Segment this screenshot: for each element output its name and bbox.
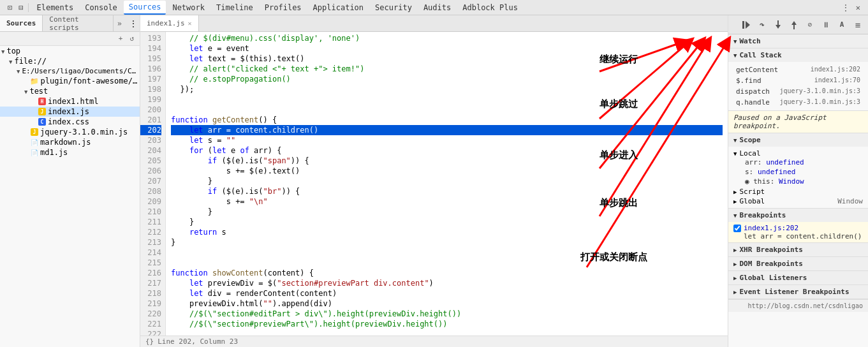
tab-sources[interactable]: Sources <box>0 15 43 31</box>
watch-header[interactable]: ▼ Watch <box>728 34 868 48</box>
step-over-button[interactable]: ↷ <box>754 17 770 33</box>
nav-adblock[interactable]: Adblock Plus <box>457 1 523 14</box>
scope-item: s: undefined <box>733 167 863 177</box>
code-line: let s = "" <box>171 135 723 145</box>
pause-on-exceptions-button[interactable]: ⏸ <box>818 17 834 33</box>
callstack-file: index1.js:70 <box>814 77 860 85</box>
list-item[interactable]: top <box>0 46 140 56</box>
step-into-button[interactable] <box>770 17 786 33</box>
nav-divider <box>28 3 29 12</box>
dom-breakpoints-header[interactable]: ▶ DOM Breakpoints <box>728 257 868 270</box>
tree-label: index1.html <box>48 97 98 106</box>
tab-content-scripts[interactable]: Content scripts <box>43 15 113 31</box>
arrow-down-icon <box>24 88 27 95</box>
line-num: 207 <box>140 176 161 186</box>
code-line: } <box>171 237 723 247</box>
settings-icon[interactable]: ⋮ <box>839 2 852 13</box>
arrow-down-icon: ▼ <box>733 151 737 157</box>
undock-icon[interactable]: ⊟ <box>16 2 26 13</box>
code-line: s += $(e).text() <box>171 166 723 176</box>
tree-label: index.css <box>48 117 89 126</box>
code-line: let e = event <box>171 43 723 54</box>
breakpoints-header[interactable]: ▼ Breakpoints <box>728 209 868 222</box>
code-content[interactable]: // $(div#menu).css('display', 'none') le… <box>166 32 728 336</box>
global-scope-header[interactable]: ▶ Global Window <box>733 196 863 205</box>
script-scope-header[interactable]: ▶ Script <box>733 186 863 196</box>
list-item[interactable]: 📄 md1.js <box>0 147 140 158</box>
resume-button[interactable] <box>739 17 754 33</box>
callstack-item[interactable]: $.find index1.js:70 <box>733 75 863 86</box>
list-item[interactable]: file:// <box>0 56 140 66</box>
line-num: 202 <box>140 125 161 135</box>
line-num: 218 <box>140 288 161 299</box>
line-num: 214 <box>140 247 161 258</box>
scope-val: Window <box>779 177 804 186</box>
sidebar-menu-icon[interactable]: ⋮ <box>127 18 140 29</box>
new-folder-icon[interactable]: + <box>115 34 126 44</box>
scope-header[interactable]: ▼ Scope <box>728 133 868 147</box>
refresh-icon[interactable]: ↺ <box>127 34 137 44</box>
code-line: } <box>171 217 723 227</box>
nav-console[interactable]: Console <box>80 1 122 14</box>
callstack-item[interactable]: getContent index1.js:202 <box>733 64 863 75</box>
line-num: 197 <box>140 74 161 84</box>
dock-icon[interactable]: ⊡ <box>5 2 15 13</box>
breakpoint-file: index1.js:202 <box>744 224 862 232</box>
line-num: 217 <box>140 278 161 288</box>
nav-audits[interactable]: Audits <box>418 1 456 14</box>
arrow-right-icon: ▶ <box>733 189 737 195</box>
nav-security[interactable]: Security <box>370 1 417 14</box>
global-listeners-header[interactable]: ▶ Global Listeners <box>728 271 868 284</box>
list-item[interactable]: 📄 markdown.js <box>0 137 140 147</box>
nav-profiles[interactable]: Profiles <box>260 1 307 14</box>
editor-tab-index1js[interactable]: index1.js ✕ <box>140 15 199 31</box>
step-out-button[interactable] <box>786 17 802 33</box>
nav-sources[interactable]: Sources <box>124 1 166 15</box>
event-listener-breakpoints-header[interactable]: ▶ Event Listener Breakpoints <box>728 285 868 299</box>
list-item[interactable]: H index1.html <box>0 96 140 107</box>
close-devtools-icon[interactable]: ✕ <box>853 2 863 13</box>
callstack-item[interactable]: dispatch jquery-3.1.0.min.js:3 <box>733 86 863 97</box>
tree-label: md1.js <box>40 148 68 157</box>
global-listeners-section: ▶ Global Listeners <box>728 271 868 285</box>
list-item[interactable]: J jquery-3.1.0.min.js <box>0 127 140 137</box>
callstack-item[interactable]: q.handle jquery-3.1.0.min.js:3 <box>733 97 863 108</box>
more-tabs-icon[interactable]: » <box>114 17 126 31</box>
breakpoints-label: Breakpoints <box>739 211 786 219</box>
list-item[interactable]: test <box>0 86 140 96</box>
xhr-breakpoints-label: XHR Breakpoints <box>739 246 802 254</box>
deactivate-breakpoints-button[interactable]: ⊘ <box>802 17 818 33</box>
list-item[interactable]: plugin/font-awesome/css <box>0 76 140 86</box>
sidebar: Sources Content scripts » ⋮ + ↺ top file… <box>0 15 140 347</box>
code-line <box>171 94 723 105</box>
breakpoint-checkbox[interactable] <box>733 225 741 232</box>
list-item[interactable]: C index.css <box>0 117 140 127</box>
nav-elements[interactable]: Elements <box>31 1 78 14</box>
nav-application[interactable]: Application <box>308 1 369 14</box>
code-line: //$(\"section#editPart > div\").height(p… <box>171 309 723 319</box>
line-num: 211 <box>140 217 161 227</box>
list-item[interactable]: E:/Users/ligao/Documents/Cod <box>0 66 140 76</box>
line-num: 215 <box>140 258 161 268</box>
arrow-down-icon <box>9 58 12 65</box>
tab-close-icon[interactable]: ✕ <box>188 20 192 27</box>
arrow-right-icon: ▶ <box>733 247 737 253</box>
tree-label: index1.js <box>48 107 89 116</box>
callstack-header[interactable]: ▼ Call Stack <box>728 48 868 62</box>
xhr-breakpoints-header[interactable]: ▶ XHR Breakpoints <box>728 243 868 256</box>
code-line: s += "\n" <box>171 196 723 207</box>
list-item[interactable]: J index1.js <box>0 107 140 117</box>
global-listeners-label: Global Listeners <box>739 274 807 282</box>
arrow-right-icon: ▶ <box>733 261 737 267</box>
arrow-down-icon: ▼ <box>733 137 737 144</box>
more-menu-icon[interactable]: ≡ <box>850 17 865 33</box>
scope-item: arr: undefined <box>733 158 863 167</box>
callstack-fn: getContent <box>736 66 778 74</box>
sidebar-tabs: Sources Content scripts » ⋮ <box>0 15 140 32</box>
nav-network[interactable]: Network <box>167 1 210 14</box>
async-button[interactable]: A <box>834 17 850 33</box>
local-scope-header[interactable]: ▼ Local <box>733 149 863 158</box>
breakpoints-section: ▼ Breakpoints index1.js:202 let arr = co… <box>728 209 868 243</box>
nav-timeline[interactable]: Timeline <box>211 1 258 14</box>
line-num: 196 <box>140 64 161 74</box>
